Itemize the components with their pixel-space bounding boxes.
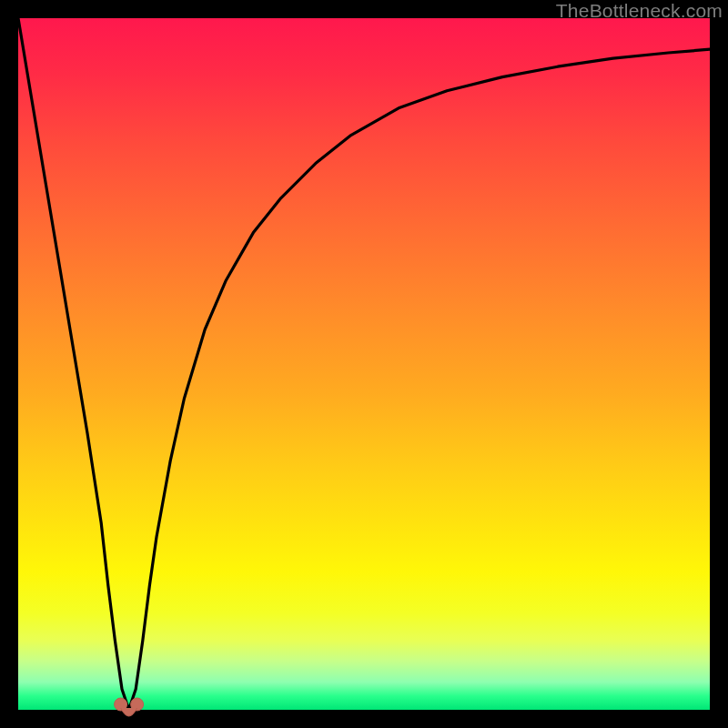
- optimum-marker-u: [121, 708, 137, 716]
- chart-svg: [18, 18, 710, 710]
- watermark-text: TheBottleneck.com: [556, 0, 723, 22]
- chart-frame: TheBottleneck.com: [0, 0, 728, 728]
- bottleneck-curve: [18, 18, 710, 710]
